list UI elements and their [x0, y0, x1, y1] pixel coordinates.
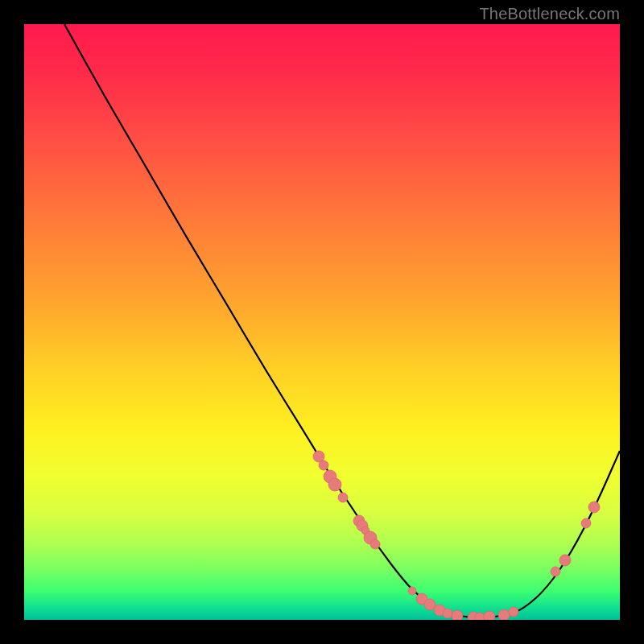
curve-marker [443, 609, 452, 618]
curve-marker [484, 611, 495, 620]
curve-marker [370, 539, 380, 549]
bottleneck-curve [64, 24, 620, 617]
curve-marker [581, 518, 591, 528]
curve-marker [319, 460, 328, 470]
curve-marker [588, 502, 600, 513]
curve-markers [313, 451, 600, 620]
curve-marker [498, 609, 510, 620]
curve-marker [509, 607, 518, 617]
curve-marker [551, 567, 560, 576]
curve-marker [328, 478, 341, 491]
chart-frame [24, 24, 620, 620]
curve-marker [424, 599, 436, 610]
curve-marker [475, 613, 485, 620]
curve-marker [338, 493, 348, 502]
curve-marker [408, 587, 416, 595]
curve-marker [559, 555, 571, 566]
chart-svg [24, 24, 620, 620]
attribution-text: TheBottleneck.com [479, 5, 620, 23]
curve-marker [452, 610, 463, 620]
